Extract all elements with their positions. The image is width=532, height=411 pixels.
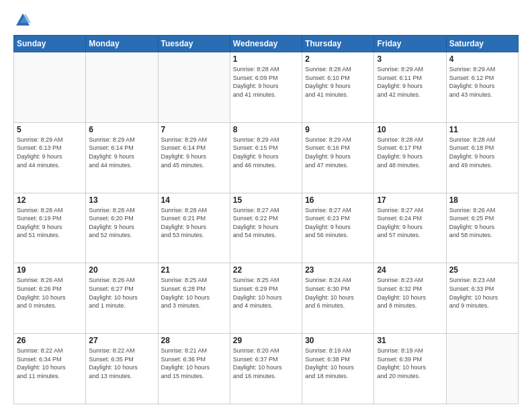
day-cell-27: 27Sunrise: 8:22 AM Sunset: 6:35 PM Dayli… <box>86 334 158 404</box>
day-info: Sunrise: 8:25 AM Sunset: 6:28 PM Dayligh… <box>161 276 227 310</box>
day-cell-19: 19Sunrise: 8:26 AM Sunset: 6:26 PM Dayli… <box>14 263 86 334</box>
day-info: Sunrise: 8:27 AM Sunset: 6:24 PM Dayligh… <box>377 206 443 240</box>
day-number: 4 <box>449 54 515 64</box>
day-header-saturday: Saturday <box>446 36 518 52</box>
day-cell-13: 13Sunrise: 8:28 AM Sunset: 6:20 PM Dayli… <box>86 193 158 263</box>
day-cell-21: 21Sunrise: 8:25 AM Sunset: 6:28 PM Dayli… <box>158 263 230 334</box>
day-header-tuesday: Tuesday <box>158 36 230 52</box>
day-info: Sunrise: 8:29 AM Sunset: 6:12 PM Dayligh… <box>449 65 515 99</box>
day-info: Sunrise: 8:26 AM Sunset: 6:25 PM Dayligh… <box>449 206 515 240</box>
empty-cell <box>14 52 86 123</box>
day-cell-29: 29Sunrise: 8:20 AM Sunset: 6:37 PM Dayli… <box>230 334 302 404</box>
day-number: 30 <box>305 336 371 345</box>
day-number: 6 <box>89 125 154 134</box>
day-number: 15 <box>233 195 299 205</box>
day-number: 26 <box>17 336 83 345</box>
day-number: 16 <box>305 195 371 205</box>
empty-cell <box>158 52 230 123</box>
day-cell-14: 14Sunrise: 8:28 AM Sunset: 6:21 PM Dayli… <box>158 193 230 263</box>
day-info: Sunrise: 8:22 AM Sunset: 6:35 PM Dayligh… <box>89 347 154 380</box>
day-number: 29 <box>233 336 299 345</box>
calendar-week-3: 12Sunrise: 8:28 AM Sunset: 6:19 PM Dayli… <box>14 193 519 263</box>
header <box>13 11 519 30</box>
day-cell-23: 23Sunrise: 8:24 AM Sunset: 6:30 PM Dayli… <box>302 263 374 334</box>
day-info: Sunrise: 8:22 AM Sunset: 6:34 PM Dayligh… <box>17 347 83 380</box>
day-header-thursday: Thursday <box>302 36 374 52</box>
day-cell-28: 28Sunrise: 8:21 AM Sunset: 6:36 PM Dayli… <box>158 334 230 404</box>
day-info: Sunrise: 8:23 AM Sunset: 6:33 PM Dayligh… <box>449 276 515 310</box>
day-info: Sunrise: 8:28 AM Sunset: 6:20 PM Dayligh… <box>89 206 154 240</box>
day-info: Sunrise: 8:29 AM Sunset: 6:14 PM Dayligh… <box>89 136 154 169</box>
empty-cell <box>86 52 158 123</box>
logo-icon <box>13 11 32 30</box>
calendar-week-5: 26Sunrise: 8:22 AM Sunset: 6:34 PM Dayli… <box>14 334 519 404</box>
day-number: 11 <box>449 125 515 134</box>
calendar-header-row: SundayMondayTuesdayWednesdayThursdayFrid… <box>14 36 519 52</box>
day-cell-25: 25Sunrise: 8:23 AM Sunset: 6:33 PM Dayli… <box>446 263 518 334</box>
day-info: Sunrise: 8:24 AM Sunset: 6:30 PM Dayligh… <box>305 276 371 310</box>
day-number: 22 <box>233 265 299 275</box>
day-info: Sunrise: 8:29 AM Sunset: 6:16 PM Dayligh… <box>305 136 371 169</box>
day-number: 14 <box>161 195 227 205</box>
day-cell-12: 12Sunrise: 8:28 AM Sunset: 6:19 PM Dayli… <box>14 193 86 263</box>
day-number: 27 <box>89 336 154 345</box>
day-info: Sunrise: 8:26 AM Sunset: 6:26 PM Dayligh… <box>17 276 83 310</box>
day-number: 21 <box>161 265 227 275</box>
day-info: Sunrise: 8:26 AM Sunset: 6:27 PM Dayligh… <box>89 276 154 310</box>
day-number: 25 <box>449 265 515 275</box>
day-info: Sunrise: 8:28 AM Sunset: 6:18 PM Dayligh… <box>449 136 515 169</box>
day-info: Sunrise: 8:27 AM Sunset: 6:22 PM Dayligh… <box>233 206 299 240</box>
day-cell-15: 15Sunrise: 8:27 AM Sunset: 6:22 PM Dayli… <box>230 193 302 263</box>
day-info: Sunrise: 8:28 AM Sunset: 6:10 PM Dayligh… <box>305 65 371 99</box>
day-cell-7: 7Sunrise: 8:29 AM Sunset: 6:14 PM Daylig… <box>158 122 230 193</box>
day-number: 28 <box>161 336 227 345</box>
day-cell-2: 2Sunrise: 8:28 AM Sunset: 6:10 PM Daylig… <box>302 52 374 123</box>
day-number: 3 <box>377 54 443 64</box>
day-info: Sunrise: 8:28 AM Sunset: 6:21 PM Dayligh… <box>161 206 227 240</box>
day-number: 7 <box>161 125 227 134</box>
day-cell-8: 8Sunrise: 8:29 AM Sunset: 6:15 PM Daylig… <box>230 122 302 193</box>
day-info: Sunrise: 8:21 AM Sunset: 6:36 PM Dayligh… <box>161 347 227 380</box>
day-info: Sunrise: 8:29 AM Sunset: 6:14 PM Dayligh… <box>161 136 227 169</box>
day-cell-24: 24Sunrise: 8:23 AM Sunset: 6:32 PM Dayli… <box>374 263 446 334</box>
day-number: 19 <box>17 265 83 275</box>
day-number: 17 <box>377 195 443 205</box>
day-number: 9 <box>305 125 371 134</box>
day-header-monday: Monday <box>86 36 158 52</box>
calendar-body: 1Sunrise: 8:28 AM Sunset: 6:09 PM Daylig… <box>14 52 519 404</box>
day-number: 20 <box>89 265 154 275</box>
day-info: Sunrise: 8:29 AM Sunset: 6:13 PM Dayligh… <box>17 136 83 169</box>
day-number: 13 <box>89 195 154 205</box>
day-header-sunday: Sunday <box>14 36 86 52</box>
day-number: 5 <box>17 125 83 134</box>
day-cell-22: 22Sunrise: 8:25 AM Sunset: 6:29 PM Dayli… <box>230 263 302 334</box>
day-number: 8 <box>233 125 299 134</box>
calendar: SundayMondayTuesdayWednesdayThursdayFrid… <box>13 35 519 404</box>
day-info: Sunrise: 8:28 AM Sunset: 6:17 PM Dayligh… <box>377 136 443 169</box>
day-cell-18: 18Sunrise: 8:26 AM Sunset: 6:25 PM Dayli… <box>446 193 518 263</box>
day-number: 31 <box>377 336 443 345</box>
empty-cell <box>446 334 518 404</box>
day-number: 1 <box>233 54 299 64</box>
day-info: Sunrise: 8:28 AM Sunset: 6:09 PM Dayligh… <box>233 65 299 99</box>
calendar-week-4: 19Sunrise: 8:26 AM Sunset: 6:26 PM Dayli… <box>14 263 519 334</box>
day-number: 23 <box>305 265 371 275</box>
calendar-week-1: 1Sunrise: 8:28 AM Sunset: 6:09 PM Daylig… <box>14 52 519 123</box>
day-cell-4: 4Sunrise: 8:29 AM Sunset: 6:12 PM Daylig… <box>446 52 518 123</box>
day-info: Sunrise: 8:27 AM Sunset: 6:23 PM Dayligh… <box>305 206 371 240</box>
day-cell-30: 30Sunrise: 8:19 AM Sunset: 6:38 PM Dayli… <box>302 334 374 404</box>
day-cell-10: 10Sunrise: 8:28 AM Sunset: 6:17 PM Dayli… <box>374 122 446 193</box>
day-info: Sunrise: 8:25 AM Sunset: 6:29 PM Dayligh… <box>233 276 299 310</box>
day-info: Sunrise: 8:23 AM Sunset: 6:32 PM Dayligh… <box>377 276 443 310</box>
day-info: Sunrise: 8:19 AM Sunset: 6:39 PM Dayligh… <box>377 347 443 380</box>
day-info: Sunrise: 8:29 AM Sunset: 6:15 PM Dayligh… <box>233 136 299 169</box>
day-info: Sunrise: 8:19 AM Sunset: 6:38 PM Dayligh… <box>305 347 371 380</box>
day-info: Sunrise: 8:28 AM Sunset: 6:19 PM Dayligh… <box>17 206 83 240</box>
day-cell-9: 9Sunrise: 8:29 AM Sunset: 6:16 PM Daylig… <box>302 122 374 193</box>
day-cell-3: 3Sunrise: 8:29 AM Sunset: 6:11 PM Daylig… <box>374 52 446 123</box>
day-number: 12 <box>17 195 83 205</box>
day-cell-5: 5Sunrise: 8:29 AM Sunset: 6:13 PM Daylig… <box>14 122 86 193</box>
day-number: 2 <box>305 54 371 64</box>
day-cell-11: 11Sunrise: 8:28 AM Sunset: 6:18 PM Dayli… <box>446 122 518 193</box>
day-cell-26: 26Sunrise: 8:22 AM Sunset: 6:34 PM Dayli… <box>14 334 86 404</box>
